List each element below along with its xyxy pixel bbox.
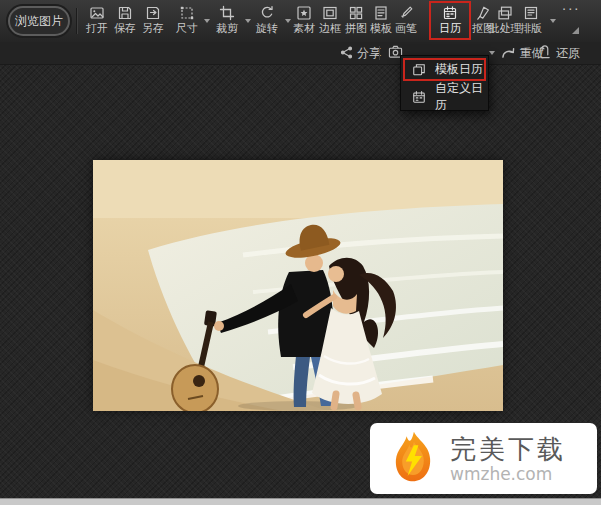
material-icon (296, 4, 312, 21)
toolbar-item-label: 排版 (520, 23, 542, 35)
calendar-dropdown-menu: 模板日历 自定义日历 (400, 55, 489, 111)
main-toolbar: 浏览图片 打开 保存 另存 尺寸 裁剪 旋转 素材 边框 拼图 模板 (0, 0, 601, 43)
menu-item-label: 模板日历 (435, 61, 483, 78)
share-label: 分享 (357, 45, 381, 62)
watermark-url: wmzhe.com (450, 464, 566, 484)
rotate-icon (259, 4, 275, 21)
toolbar-separator (76, 8, 78, 34)
save-icon (117, 4, 133, 21)
share-button[interactable]: 分享 (340, 45, 381, 62)
toolbar-item-label: 裁剪 (216, 23, 238, 35)
toolbar-item-label: 画笔 (395, 23, 417, 35)
template-calendar-icon (412, 63, 426, 77)
toolbar-item-label: 边框 (319, 23, 341, 35)
toolbar-item-rotate[interactable]: 旋转 (252, 4, 282, 40)
window-bottom-edge (0, 498, 601, 505)
layout-icon (523, 4, 539, 21)
toolbar-item-brush[interactable]: 画笔 (391, 4, 421, 40)
crop-icon (219, 4, 235, 21)
watermark-badge: 完美下载 wmzhe.com (370, 423, 597, 494)
collage-icon (348, 4, 364, 21)
toolbar-item-label: 模板 (370, 23, 392, 35)
toolbar-item-label: 另存 (142, 23, 164, 35)
resize-dropdown-caret[interactable] (204, 19, 210, 23)
restore-label: 还原 (556, 45, 580, 62)
template-icon (373, 4, 389, 21)
save-as-icon (145, 4, 161, 21)
toolbar-item-crop[interactable]: 裁剪 (212, 4, 242, 40)
calendar-icon (442, 4, 458, 21)
toolbar-item-label: 拼图 (345, 23, 367, 35)
toolbar-expand-triangle-icon[interactable] (572, 27, 579, 34)
beach-couple-photo (93, 160, 503, 411)
more-tools-caret[interactable] (550, 19, 556, 23)
toolbar-item-label: 素材 (293, 23, 315, 35)
toolbar-item-save[interactable]: 保存 (110, 4, 140, 40)
menu-item-label: 自定义日历 (435, 80, 488, 114)
redo-icon (501, 46, 516, 62)
browse-images-button[interactable]: 浏览图片 (8, 6, 70, 36)
flame-logo-icon (386, 429, 440, 489)
resize-icon (179, 4, 195, 21)
calendar-split-caret[interactable] (489, 51, 495, 55)
crop-dropdown-caret[interactable] (245, 19, 251, 23)
open-icon (89, 4, 105, 21)
secondary-separator (379, 46, 380, 60)
brush-icon (398, 4, 414, 21)
toolbar-item-calendar[interactable]: 日历 (435, 4, 465, 40)
watermark-title: 完美下载 (450, 434, 566, 464)
toolbar-item-label: 尺寸 (176, 23, 198, 35)
toolbar-item-label: 保存 (114, 23, 136, 35)
toolbar-item-save-as[interactable]: 另存 (138, 4, 168, 40)
more-tools-dots[interactable]: ··· (562, 2, 580, 17)
batch-icon (497, 4, 513, 21)
toolbar-item-label: 打开 (86, 23, 108, 35)
toolbar-item-label: 日历 (439, 23, 461, 35)
toolbar-item-open[interactable]: 打开 (82, 4, 112, 40)
menu-item-custom-calendar[interactable]: 自定义日历 (401, 83, 488, 110)
frame-icon (322, 4, 338, 21)
toolbar-item-label: 旋转 (256, 23, 278, 35)
custom-calendar-icon (412, 90, 426, 104)
share-icon (340, 46, 353, 62)
secondary-toolbar: 分享 重做 还原 (0, 42, 601, 65)
restore-icon (537, 45, 552, 62)
restore-button[interactable]: 还原 (537, 45, 580, 62)
photo-canvas[interactable] (93, 160, 503, 411)
toolbar-item-resize[interactable]: 尺寸 (172, 4, 202, 40)
toolbar-item-layout[interactable]: 排版 (516, 4, 546, 40)
